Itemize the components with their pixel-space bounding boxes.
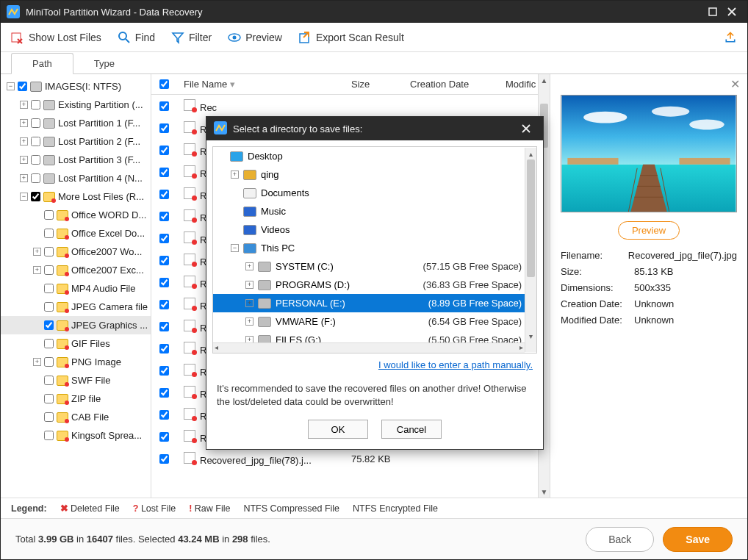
directory-row[interactable]: Videos: [213, 220, 536, 239]
tree-type-item[interactable]: CAB File: [1, 408, 151, 426]
directory-row[interactable]: +SYSTEM (C:)(57.15 GB Free Space): [213, 257, 536, 276]
directory-row[interactable]: +qing: [213, 165, 536, 184]
row-checkbox[interactable]: [159, 300, 169, 309]
show-lost-files-button[interactable]: Show Lost Files: [11, 31, 101, 44]
row-checkbox[interactable]: [159, 168, 169, 177]
directory-tree[interactable]: Desktop+qingDocumentsMusicVideos−This PC…: [212, 146, 537, 353]
tree-type-item[interactable]: Office Excel Do...: [1, 224, 151, 243]
tree-root[interactable]: −IMAGES(I: NTFS): [1, 77, 151, 96]
preview-close-icon[interactable]: ✕: [730, 77, 740, 91]
row-checkbox[interactable]: [159, 410, 169, 420]
tree-item-checkbox[interactable]: [31, 137, 40, 146]
tree-item-checkbox[interactable]: [44, 376, 54, 385]
tree-more-lost-checkbox[interactable]: [31, 192, 40, 201]
tree-item-checkbox[interactable]: [44, 431, 54, 440]
directory-row[interactable]: −This PC: [213, 239, 536, 257]
row-checkbox[interactable]: [159, 322, 169, 331]
dialog-close-icon[interactable]: [517, 119, 536, 138]
row-checkbox[interactable]: [159, 212, 169, 221]
row-checkbox[interactable]: [159, 432, 169, 442]
row-checkbox[interactable]: [159, 388, 169, 398]
directory-row[interactable]: Documents: [213, 184, 536, 202]
tree-type-item[interactable]: MP4 Audio File: [1, 279, 151, 298]
grid-row[interactable]: Rec: [151, 95, 550, 117]
tree-item-checkbox[interactable]: [31, 155, 40, 165]
tree-item-checkbox[interactable]: [44, 357, 54, 367]
tree-partition-item[interactable]: +Lost Partition 3 (F...: [1, 151, 151, 169]
row-checkbox[interactable]: [159, 454, 169, 464]
tree-item-checkbox[interactable]: [44, 229, 54, 238]
tab-path[interactable]: Path: [11, 53, 73, 74]
tree-partition-item[interactable]: +Lost Partition 1 (F...: [1, 114, 151, 132]
scroll-up-icon[interactable]: ▴: [525, 148, 536, 159]
export-scan-button[interactable]: Export Scan Result: [298, 31, 404, 44]
tree-item-checkbox[interactable]: [44, 210, 54, 220]
tree-type-item[interactable]: +Office2007 Exc...: [1, 261, 151, 279]
tree-item-checkbox[interactable]: [44, 320, 54, 330]
tree-type-item[interactable]: +PNG Image: [1, 353, 151, 371]
save-button[interactable]: Save: [663, 527, 733, 552]
tree-type-item[interactable]: Kingsoft Sprea...: [1, 426, 151, 445]
tree-type-item[interactable]: +Office2007 Wo...: [1, 243, 151, 261]
directory-row[interactable]: +PERSONAL (E:)(8.89 GB Free Space): [213, 294, 536, 312]
tree-item-checkbox[interactable]: [44, 394, 54, 403]
tree-more-lost[interactable]: −More Lost Files (R...: [1, 187, 151, 206]
window-maximize-icon[interactable]: [703, 2, 722, 21]
directory-row[interactable]: Desktop: [213, 147, 536, 165]
find-button[interactable]: Find: [118, 31, 155, 44]
dialog-ok-button[interactable]: OK: [308, 420, 368, 439]
col-creation-date[interactable]: Creation Date: [410, 79, 506, 90]
tree-item-checkbox[interactable]: [31, 100, 40, 110]
col-size[interactable]: Size: [351, 79, 410, 90]
preview-button[interactable]: Preview: [228, 31, 282, 44]
scroll-down-icon[interactable]: ▾: [525, 330, 536, 342]
row-checkbox[interactable]: [159, 278, 169, 287]
tree-item-checkbox[interactable]: [44, 265, 54, 275]
grid-select-all-checkbox[interactable]: [159, 79, 169, 89]
row-checkbox[interactable]: [159, 344, 169, 353]
directory-row[interactable]: +VMWARE (F:)(6.54 GB Free Space): [213, 312, 536, 331]
directory-row[interactable]: +PROGRAMS (D:)(36.83 GB Free Space): [213, 276, 536, 294]
grid-row[interactable]: Recovered_jpg_file(78).j...75.82 KB: [151, 448, 550, 470]
tree-type-item[interactable]: GIF Files: [1, 334, 151, 353]
preview-open-button[interactable]: Preview: [618, 221, 680, 240]
folder-icon: [57, 210, 68, 220]
tree-partition-item[interactable]: +Lost Partition 4 (N...: [1, 169, 151, 187]
directory-row[interactable]: Music: [213, 202, 536, 220]
tree-type-item[interactable]: JPEG Graphics ...: [1, 316, 151, 334]
row-checkbox[interactable]: [159, 234, 169, 243]
scroll-thumb[interactable]: [527, 159, 535, 277]
dialog-cancel-button[interactable]: Cancel: [381, 420, 442, 439]
row-checkbox[interactable]: [159, 190, 169, 199]
manual-path-link[interactable]: I would like to enter a path manually.: [378, 359, 533, 370]
tree-partition-item[interactable]: +Lost Partition 2 (F...: [1, 132, 151, 151]
window-close-icon[interactable]: [722, 2, 741, 21]
row-checkbox[interactable]: [159, 101, 169, 111]
tree-item-checkbox[interactable]: [44, 339, 54, 348]
tree-item-checkbox[interactable]: [44, 412, 54, 422]
tab-type[interactable]: Type: [73, 54, 135, 73]
row-checkbox[interactable]: [159, 256, 169, 265]
tree-type-item[interactable]: Office WORD D...: [1, 206, 151, 224]
row-checkbox[interactable]: [159, 366, 169, 376]
tree-item-checkbox[interactable]: [31, 118, 40, 128]
tree-partition-item[interactable]: +Existing Partition (...: [1, 96, 151, 114]
tree-type-item[interactable]: SWF File: [1, 371, 151, 390]
col-filename[interactable]: File Name ▾: [176, 79, 351, 90]
tree-type-item[interactable]: JPEG Camera file: [1, 298, 151, 316]
back-button[interactable]: Back: [586, 527, 654, 552]
tree-item-checkbox[interactable]: [44, 284, 54, 293]
tree-item-checkbox[interactable]: [44, 302, 54, 312]
share-button[interactable]: [724, 31, 737, 44]
row-checkbox[interactable]: [159, 146, 169, 155]
scroll-up-icon[interactable]: ▲: [539, 74, 550, 86]
tree-root-checkbox[interactable]: [18, 82, 27, 91]
row-checkbox[interactable]: [159, 123, 169, 133]
tree-item-checkbox[interactable]: [44, 247, 54, 256]
tree-type-item[interactable]: ZIP file: [1, 390, 151, 408]
dialog-hscroll[interactable]: ◂▸: [213, 342, 525, 353]
filter-button[interactable]: Filter: [171, 31, 212, 44]
scroll-down-icon[interactable]: ▼: [539, 486, 550, 498]
tree-item-checkbox[interactable]: [31, 173, 40, 183]
dialog-scrollbar[interactable]: ▴ ▾: [525, 148, 536, 352]
